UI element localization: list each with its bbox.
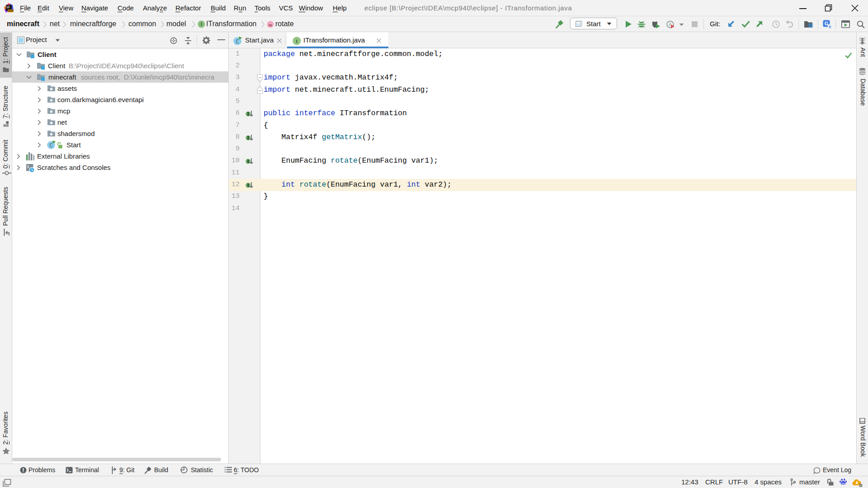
svg-text:IJ: IJ bbox=[7, 5, 9, 9]
svg-text:I: I bbox=[296, 38, 297, 44]
svg-text:du: du bbox=[841, 482, 845, 485]
svg-text:EAP: EAP bbox=[8, 9, 14, 12]
svg-text:I: I bbox=[201, 22, 203, 27]
svg-text:x: x bbox=[829, 24, 831, 29]
svg-text:C: C bbox=[236, 39, 239, 45]
svg-text:m: m bbox=[269, 23, 272, 27]
svg-text:C: C bbox=[49, 143, 52, 149]
svg-text:G: G bbox=[825, 21, 829, 26]
